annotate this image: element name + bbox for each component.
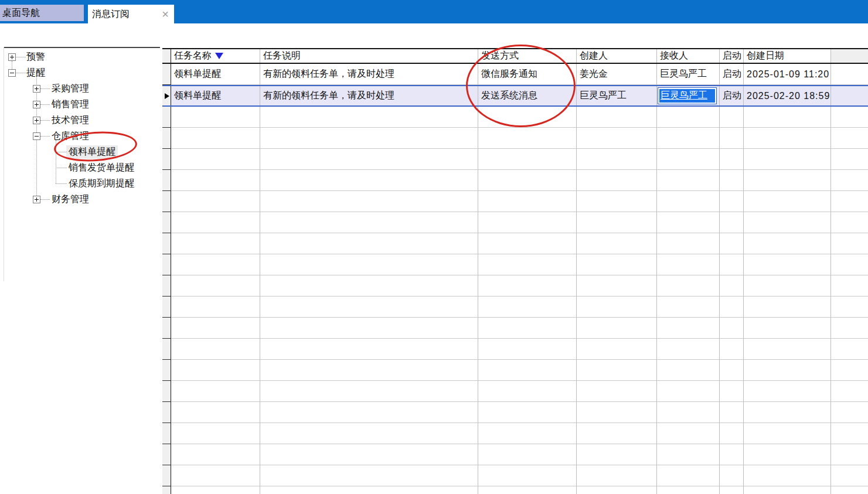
empty-cell [171,170,260,191]
selected-cell[interactable]: 巨灵鸟严工 [658,87,717,104]
cell-start[interactable]: 启动 [720,86,744,105]
tree-item-sales-mgmt[interactable]: 销售管理 [52,97,89,113]
empty-cell [720,402,744,423]
empty-cell [577,149,657,170]
row-marker-cell [162,254,171,275]
table-row-empty [162,486,868,494]
expand-icon-xiaoshou[interactable] [33,101,40,108]
tree-connector [40,88,50,89]
tree-item-reminder[interactable]: 提醒 [26,65,45,81]
empty-cell [171,465,260,486]
tree-connector [40,120,50,121]
empty-cell [260,149,478,170]
cell-start[interactable]: 启动 [720,64,744,85]
tree-item-shelf-life-reminder[interactable]: 保质期到期提醒 [69,176,134,192]
row-marker-cell [162,381,171,402]
empty-cell [657,381,720,402]
cell-task-description[interactable]: 有新的领料任务单，请及时处理 [260,64,478,85]
cell-creator[interactable]: 巨灵鸟严工 [577,86,657,105]
header-start[interactable]: 启动 [720,49,744,63]
empty-cell [831,191,868,212]
cell-task-description[interactable]: 有新的领料任务单，请及时处理 [260,86,478,105]
empty-cell [744,360,831,381]
tree-item-warning[interactable]: 预警 [26,49,45,65]
table-row-empty [162,149,868,170]
empty-cell [831,107,868,128]
tab-desktop-navigation[interactable]: 桌面导航 [0,5,84,21]
empty-cell [577,444,657,465]
row-marker-cell [162,339,171,360]
tree-connector [16,57,26,57]
table-row-empty [162,297,868,318]
empty-cell [720,149,744,170]
cell-receiver[interactable]: 巨灵鸟严工 [657,64,720,85]
empty-cell [657,254,720,275]
empty-cell [720,128,744,149]
annotation-ellipse-send-method-column [466,45,576,127]
empty-rows [162,107,868,494]
table-row-empty [162,275,868,297]
tree-item-finance-mgmt[interactable]: 财务管理 [52,192,89,207]
tab-message-subscription[interactable]: 消息订阅 × [88,5,174,23]
empty-cell [657,297,720,318]
empty-cell [744,170,831,191]
empty-cell [744,275,831,297]
row-marker-cell [162,212,171,233]
empty-cell [478,402,577,423]
row-marker-cell [162,149,171,170]
header-label: 创建日期 [747,50,784,62]
empty-cell [657,107,720,128]
collapse-icon-cangku[interactable] [33,132,40,140]
current-row-arrow-icon [165,93,169,99]
cell-create-date[interactable]: 2025-01-09 11:20 [744,64,831,85]
empty-cell [720,107,744,128]
tree-item-sales-delivery-reminder[interactable]: 销售发货单提醒 [69,160,134,176]
empty-cell [657,465,720,486]
tree-item-purchase-mgmt[interactable]: 采购管理 [52,81,89,97]
table-row-empty [162,318,868,339]
header-create-date[interactable]: 创建日期 [744,49,831,63]
cell-create-date[interactable]: 2025-02-20 18:59 [744,86,831,105]
header-receiver[interactable]: 接收人 [657,49,720,63]
header-creator[interactable]: 创建人 [577,49,657,63]
header-task-name[interactable]: 任务名称 [171,49,260,63]
empty-cell [577,191,657,212]
expand-icon-jishu[interactable] [33,117,40,124]
panel-left-border [4,47,4,281]
empty-cell [171,444,260,465]
expand-icon-yujing[interactable] [8,53,16,61]
cell-task-name[interactable]: 领料单提醒 [171,86,260,105]
empty-cell [577,233,657,254]
cell-receiver-selected[interactable]: 巨灵鸟严工 [657,86,720,105]
header-filler-cell [831,49,868,63]
empty-cell [831,318,868,339]
empty-cell [171,149,260,170]
tree-item-tech-mgmt[interactable]: 技术管理 [52,113,89,128]
empty-cell [744,444,831,465]
empty-cell [831,149,868,170]
empty-cell [657,318,720,339]
empty-cell [744,339,831,360]
cell-task-name[interactable]: 领料单提醒 [171,64,260,85]
expand-icon-caiwu[interactable] [33,196,40,203]
tree-connector [56,183,67,184]
empty-cell [577,486,657,494]
close-icon[interactable]: × [162,8,169,20]
tree-connector [40,199,50,200]
empty-cell [260,233,478,254]
table-row-empty [162,381,868,402]
empty-cell [744,107,831,128]
header-label: 接收人 [660,50,688,62]
tab-label: 桌面导航 [2,7,40,19]
collapse-icon-tixing[interactable] [8,69,16,77]
empty-cell [657,423,720,444]
current-row-marker-cell[interactable] [162,86,171,105]
empty-cell [744,381,831,402]
expand-icon-caigou[interactable] [33,85,40,93]
header-task-description[interactable]: 任务说明 [260,49,478,63]
empty-cell [260,191,478,212]
row-marker-cell[interactable] [162,64,171,85]
cell-creator[interactable]: 姜光金 [577,64,657,85]
tree-connector [12,61,12,69]
empty-cell [720,423,744,444]
